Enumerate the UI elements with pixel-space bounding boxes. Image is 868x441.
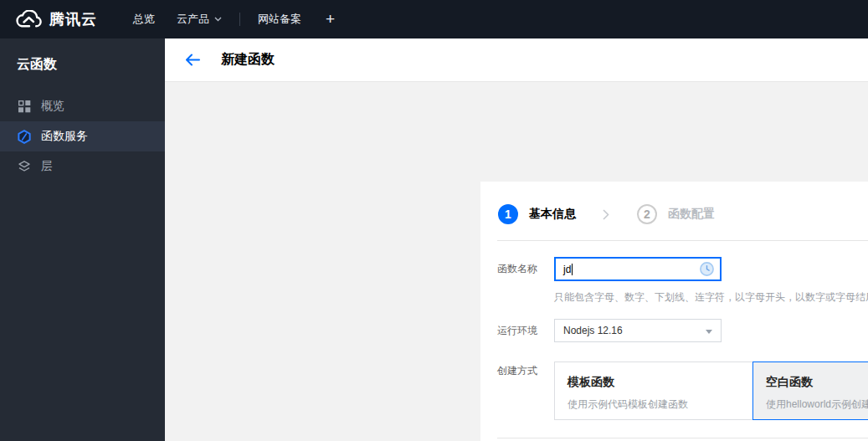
add-tab-button[interactable]: + xyxy=(312,0,348,38)
sidebar-item-label: 函数服务 xyxy=(41,129,88,144)
runtime-label: 运行环境 xyxy=(497,319,537,342)
creation-method-options: 模板函数 使用示例代码模板创建函数 空白函数 使用helloworld示例创建空… xyxy=(554,362,868,420)
runtime-selected-value: Nodejs 12.16 xyxy=(563,325,623,336)
creation-method-label: 创建方式 xyxy=(497,365,537,377)
option-title: 空白函数 xyxy=(766,375,868,390)
divider xyxy=(497,438,868,438)
text-caret xyxy=(572,264,573,275)
nav-website-icp[interactable]: 网站备案 xyxy=(247,0,312,38)
back-button[interactable] xyxy=(185,54,200,66)
option-blank-function[interactable]: 空白函数 使用helloworld示例创建空白函数 xyxy=(752,362,868,420)
select-caret-icon xyxy=(706,330,712,334)
topbar-nav: 总览 云产品 网站备案 + xyxy=(122,0,348,38)
step-1-circle: 1 xyxy=(498,204,518,224)
step-chevron-icon xyxy=(603,209,609,220)
cloud-logo-icon xyxy=(15,10,42,28)
content-area: 1 基本信息 2 函数配置 函数名称 jd 只能包含字母、数字、下划线、连字符，… xyxy=(165,83,868,441)
chevron-down-icon xyxy=(214,17,222,22)
sidebar-item-function-service[interactable]: 函数服务 xyxy=(0,121,165,151)
layers-icon xyxy=(17,160,32,173)
function-name-input[interactable]: jd xyxy=(554,257,722,281)
step-1-label: 基本信息 xyxy=(529,207,576,222)
runtime-select[interactable]: Nodejs 12.16 xyxy=(554,319,722,342)
option-description: 使用示例代码模板创建函数 xyxy=(568,397,752,412)
nav-cloud-products[interactable]: 云产品 xyxy=(166,0,233,38)
page-title: 新建函数 xyxy=(221,51,275,69)
topbar-divider xyxy=(239,13,240,26)
wizard-steps: 1 基本信息 2 函数配置 xyxy=(498,204,715,224)
grid-icon xyxy=(17,100,32,113)
logo-text: 腾讯云 xyxy=(49,9,97,29)
function-name-hint: 只能包含字母、数字、下划线、连字符，以字母开头，以数字或字母结尾，2~60个字符 xyxy=(554,290,868,305)
sidebar-item-label: 层 xyxy=(41,159,53,174)
divider xyxy=(497,240,868,241)
function-name-value: jd xyxy=(563,264,571,275)
step-2-label: 函数配置 xyxy=(668,207,715,222)
tencent-cloud-logo[interactable]: 腾讯云 xyxy=(15,9,97,29)
sidebar: 云函数 概览 函数服务 xyxy=(0,38,165,441)
option-title: 模板函数 xyxy=(568,375,752,390)
new-function-card: 1 基本信息 2 函数配置 函数名称 jd 只能包含字母、数字、下划线、连字符，… xyxy=(480,182,868,441)
sidebar-title: 云函数 xyxy=(0,38,165,74)
sidebar-item-label: 概览 xyxy=(41,99,64,114)
sidebar-menu: 概览 函数服务 层 xyxy=(0,91,165,182)
option-description: 使用helloworld示例创建空白函数 xyxy=(766,397,868,412)
option-template-function[interactable]: 模板函数 使用示例代码模板创建函数 xyxy=(554,362,753,420)
step-2-circle: 2 xyxy=(637,204,657,224)
pending-clock-icon xyxy=(700,262,714,276)
scf-hexagon-icon xyxy=(17,129,32,145)
nav-overview[interactable]: 总览 xyxy=(122,0,166,38)
sidebar-item-overview[interactable]: 概览 xyxy=(0,91,165,121)
sidebar-item-layers[interactable]: 层 xyxy=(0,151,165,182)
page-header: 新建函数 xyxy=(165,38,868,82)
back-arrow-icon xyxy=(185,54,200,66)
function-name-label: 函数名称 xyxy=(497,257,537,281)
topbar: 腾讯云 总览 云产品 网站备案 + xyxy=(0,0,868,38)
